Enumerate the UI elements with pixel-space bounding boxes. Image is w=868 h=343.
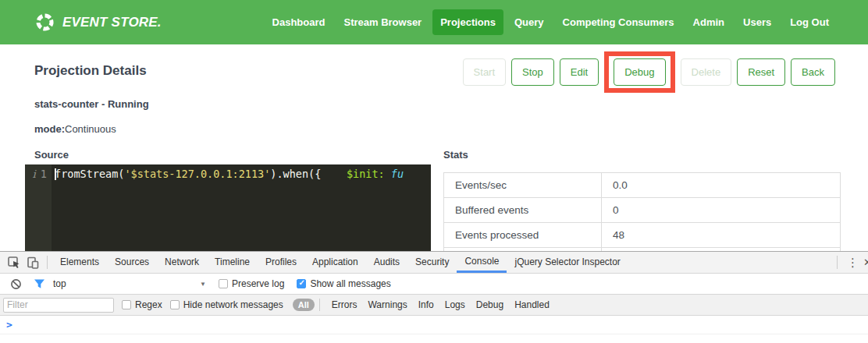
tab-elements[interactable]: Elements	[52, 252, 107, 273]
table-row: Buffered events 0	[444, 198, 841, 223]
checkbox-unchecked[interactable]	[170, 300, 180, 309]
tab-application[interactable]: Application	[304, 252, 366, 273]
console-prompt-row[interactable]: >	[0, 316, 868, 334]
nav-log-out[interactable]: Log Out	[782, 9, 837, 35]
checkbox-unchecked[interactable]	[122, 300, 131, 309]
page-title: Projection Details	[34, 63, 147, 79]
preserve-log-checkbox[interactable]: Preserve log	[219, 278, 284, 289]
start-button: Start	[463, 58, 506, 86]
nav-users[interactable]: Users	[735, 9, 779, 35]
tab-timeline[interactable]: Timeline	[207, 252, 258, 273]
toolbar-separator	[837, 256, 838, 269]
line-number: 1	[41, 167, 47, 251]
show-all-messages-label: Show all messages	[310, 278, 390, 289]
device-toolbar-icon[interactable]	[23, 254, 42, 271]
filter-input[interactable]	[3, 298, 114, 313]
filter-all-badge[interactable]: All	[293, 299, 315, 311]
mode-value: Continuous	[65, 123, 116, 135]
code-segment-keyword: fu	[391, 168, 404, 180]
tab-profiles[interactable]: Profiles	[258, 252, 304, 273]
event-store-logo-icon	[34, 12, 55, 33]
screen: EVENT STORE. Dashboard Stream Browser Pr…	[0, 0, 868, 343]
stat-name: Events processed	[444, 223, 602, 248]
code-editor[interactable]: i 1 fromStream('$stats-127.0.0.1:2113').…	[25, 164, 431, 251]
console-output[interactable]: >	[0, 316, 868, 342]
nav-stream-browser[interactable]: Stream Browser	[336, 9, 429, 35]
debug-button[interactable]: Debug	[614, 58, 665, 86]
code-segment	[321, 168, 347, 180]
code-segment: ).when({	[270, 168, 321, 180]
execution-context-value: top	[53, 278, 66, 289]
clear-console-icon[interactable]	[6, 275, 25, 292]
show-all-messages-checkbox[interactable]: Show all messages	[297, 278, 390, 289]
console-prompt-icon[interactable]: >	[6, 319, 12, 331]
regex-checkbox[interactable]: Regex	[122, 299, 162, 310]
mode-label: mode:	[34, 123, 65, 135]
nav-competing-consumers[interactable]: Competing Consumers	[555, 9, 682, 35]
filter-level-errors[interactable]: Errors	[326, 299, 363, 310]
code-segment-string: '$stats-127.0.0.1:2113'	[124, 168, 270, 180]
stat-name: Events/sec	[444, 173, 602, 198]
tab-sources[interactable]: Sources	[107, 252, 157, 273]
filter-separator	[319, 299, 320, 311]
tab-audits[interactable]: Audits	[366, 252, 407, 273]
inspect-element-icon[interactable]	[5, 254, 23, 271]
editor-gutter: i 1	[25, 164, 52, 251]
table-row: Events processed 48	[444, 223, 841, 248]
tab-jquery-selector-inspector[interactable]: jQuery Selector Inspector	[507, 252, 628, 273]
console-toolbar: top ▼ Preserve log Show all messages	[0, 274, 868, 295]
stop-button[interactable]: Stop	[511, 58, 554, 86]
stat-value: 0.0	[602, 173, 841, 198]
source-label: Source	[34, 149, 69, 161]
reset-button[interactable]: Reset	[737, 58, 785, 86]
tab-network[interactable]: Network	[157, 252, 207, 273]
table-row: Events/sec 0.0	[444, 173, 841, 198]
devtools-tabbar: Elements Sources Network Timeline Profil…	[0, 252, 868, 274]
stats-label: Stats	[443, 149, 468, 161]
filter-funnel-icon[interactable]	[30, 275, 48, 292]
back-button[interactable]: Back	[791, 58, 835, 86]
nav-projections[interactable]: Projections	[432, 9, 503, 35]
nav-admin[interactable]: Admin	[685, 9, 732, 35]
code-segment	[385, 168, 391, 180]
nav-dashboard[interactable]: Dashboard	[265, 9, 333, 35]
gutter-info-annotation: i	[33, 167, 36, 251]
delete-button: Delete	[681, 58, 732, 86]
tab-security[interactable]: Security	[407, 252, 457, 273]
preserve-log-label: Preserve log	[232, 278, 284, 289]
execution-context-selector[interactable]: top ▼	[53, 278, 206, 289]
hide-network-messages-checkbox[interactable]: Hide network messages	[170, 299, 283, 310]
stats-table: Events/sec 0.0 Buffered events 0 Events …	[443, 172, 841, 251]
nav-query[interactable]: Query	[507, 9, 552, 35]
edit-button[interactable]: Edit	[560, 58, 599, 86]
stat-value: 48	[602, 223, 841, 248]
toolbar-separator	[47, 256, 48, 269]
devtools-menu-icon[interactable]: ⋮	[842, 256, 863, 270]
main-content: Projection Details Start Stop Edit Debug…	[0, 44, 868, 251]
code-segment-constant: $init:	[347, 168, 385, 180]
console-filter-bar: Regex Hide network messages All Errors W…	[0, 295, 868, 316]
debug-highlight-box: Debug	[604, 51, 674, 93]
projection-mode: mode:Continuous	[34, 123, 116, 135]
code-segment: fromStream(	[55, 168, 124, 180]
checkbox-checked[interactable]	[297, 279, 306, 288]
checkbox-unchecked[interactable]	[219, 279, 228, 288]
app-header: EVENT STORE. Dashboard Stream Browser Pr…	[0, 0, 868, 44]
filter-level-handled[interactable]: Handled	[509, 299, 555, 310]
devtools-window-controls: ⋮ ✕	[832, 252, 868, 273]
event-store-logo-text: EVENT STORE.	[62, 15, 162, 30]
tab-console[interactable]: Console	[457, 252, 507, 273]
projection-status: stats-counter - Running	[34, 98, 149, 110]
devtools-panel: Elements Sources Network Timeline Profil…	[0, 251, 868, 343]
filter-level-logs[interactable]: Logs	[439, 299, 471, 310]
event-store-logo[interactable]: EVENT STORE.	[34, 12, 162, 33]
filter-level-debug[interactable]: Debug	[471, 299, 509, 310]
main-nav: Dashboard Stream Browser Projections Que…	[265, 9, 837, 35]
devtools-close-icon[interactable]: ✕	[863, 256, 868, 268]
action-buttons: Start Stop Edit Debug Delete Reset Back	[463, 51, 835, 93]
filter-level-warnings[interactable]: Warnings	[362, 299, 412, 310]
code-line[interactable]: fromStream('$stats-127.0.0.1:2113').when…	[52, 164, 431, 251]
filter-level-info[interactable]: Info	[413, 299, 439, 310]
stat-value: 0	[602, 198, 841, 223]
chevron-down-icon: ▼	[200, 281, 206, 288]
